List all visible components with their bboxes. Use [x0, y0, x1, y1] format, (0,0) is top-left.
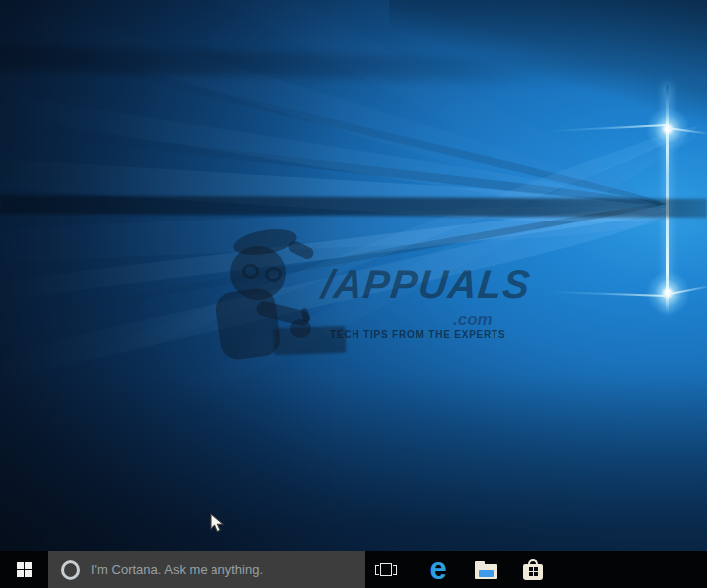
- mouse-cursor-icon: [210, 513, 225, 534]
- appuals-watermark: /APPUALS .com TECH TIPS FROM THE EXPERTS: [218, 226, 528, 377]
- cortana-ring-icon: [61, 560, 80, 580]
- search-placeholder-text: I'm Cortana. Ask me anything.: [91, 562, 263, 577]
- store-button[interactable]: [509, 551, 557, 588]
- store-icon: [522, 559, 544, 581]
- watermark-character-icon: [214, 286, 283, 362]
- watermark-character-icon: [287, 239, 316, 261]
- watermark-domain-text: .com: [453, 310, 493, 330]
- watermark-character-icon: [242, 264, 259, 279]
- task-view-icon: [375, 562, 397, 578]
- watermark-character-icon: [265, 267, 282, 282]
- windows-desktop-screen: /APPUALS .com TECH TIPS FROM THE EXPERTS…: [0, 0, 707, 588]
- task-view-button[interactable]: [365, 551, 407, 588]
- watermark-tagline-text: TECH TIPS FROM THE EXPERTS: [330, 329, 505, 340]
- file-explorer-button[interactable]: [462, 551, 509, 588]
- taskbar-icons: e: [365, 551, 557, 588]
- edge-browser-button[interactable]: e: [414, 551, 462, 588]
- store-windows-flag-icon: [529, 567, 538, 576]
- file-explorer-icon: [475, 561, 497, 579]
- taskbar: I'm Cortana. Ask me anything. e: [0, 551, 707, 588]
- desktop[interactable]: /APPUALS .com TECH TIPS FROM THE EXPERTS: [0, 0, 707, 551]
- watermark-brand-text: /APPUALS: [320, 262, 533, 307]
- edge-icon: e: [429, 553, 446, 584]
- windows-logo-icon: [17, 562, 32, 577]
- start-button[interactable]: [0, 551, 48, 588]
- cortana-search-box[interactable]: I'm Cortana. Ask me anything.: [48, 551, 365, 588]
